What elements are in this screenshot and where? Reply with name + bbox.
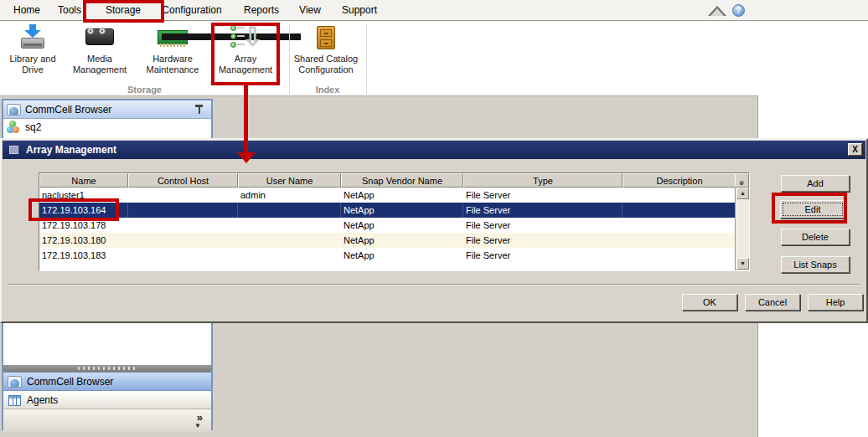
scroll-down-icon[interactable] xyxy=(736,258,749,270)
column-header-description[interactable]: Description xyxy=(623,173,736,188)
table-cell xyxy=(128,218,238,233)
table-cell xyxy=(623,233,736,248)
table-cell xyxy=(238,218,341,233)
table-cell: 172.19.103.183 xyxy=(39,248,128,263)
table-cell: NetApp xyxy=(341,203,463,218)
table-cell xyxy=(623,248,736,263)
table-cell xyxy=(623,203,736,218)
table-cell: File Server xyxy=(463,188,623,203)
table-cell xyxy=(238,203,341,218)
table-cell xyxy=(623,218,736,233)
pin-icon[interactable] xyxy=(195,105,203,115)
list-snaps-button[interactable]: List Snaps xyxy=(781,256,850,273)
table-scrollbar[interactable] xyxy=(735,188,749,270)
close-icon[interactable]: X xyxy=(848,143,862,156)
column-header-control-host[interactable]: Control Host xyxy=(128,173,238,188)
annotation-box-array-management xyxy=(211,23,280,85)
annotation-arrow-head-icon xyxy=(237,152,256,163)
menu-home[interactable]: Home xyxy=(10,0,44,20)
table-cell: NetApp xyxy=(341,188,463,203)
table-cell: NetApp xyxy=(341,218,463,233)
collapse-ribbon-icon[interactable] xyxy=(708,6,726,16)
dialog-title-bar[interactable]: Array Management xyxy=(3,141,865,159)
accordion-label: CommCell Browser xyxy=(27,376,113,388)
panel-bottom-bar xyxy=(3,409,211,432)
ribbon-label: Library and xyxy=(9,54,55,64)
dialog-icon xyxy=(9,146,18,154)
menu-configuration[interactable]: Configuration xyxy=(156,0,228,20)
ribbon-group-separator xyxy=(366,24,367,94)
help-button[interactable]: Help xyxy=(808,294,863,311)
media-cassette-icon xyxy=(83,23,116,54)
column-header-user-name[interactable]: User Name xyxy=(238,173,341,188)
accordion-commcell-browser[interactable]: CommCell Browser xyxy=(3,372,211,391)
panel-title-label: CommCell Browser xyxy=(25,104,111,116)
scroll-up-icon[interactable] xyxy=(736,188,749,199)
commcell-browser-panel-header[interactable]: CommCell Browser xyxy=(3,100,211,119)
tree-node-label: sq2 xyxy=(25,121,41,133)
annotation-box-selected-array xyxy=(28,198,119,221)
add-button[interactable]: Add xyxy=(781,175,850,192)
table-row-172.19.103.178[interactable]: 172.19.103.178NetAppFile Server xyxy=(39,218,736,233)
ribbon-label: Maintenance xyxy=(147,64,199,75)
delete-button[interactable]: Delete xyxy=(781,229,850,245)
table-cell xyxy=(128,248,238,263)
ram-module-icon xyxy=(156,23,189,54)
agents-grid-icon xyxy=(8,395,21,406)
annotation-box-storage-menu xyxy=(83,0,164,23)
tree-node-sq2[interactable]: sq2 xyxy=(3,119,211,136)
ribbon-label: Media xyxy=(87,54,112,64)
ok-button[interactable]: OK xyxy=(682,294,737,311)
annotation-box-edit-button xyxy=(772,193,847,224)
table-cell: File Server xyxy=(463,203,623,218)
menu-support[interactable]: Support xyxy=(337,0,382,20)
screenshot-canvas: Home Tools Storage Configuration Reports… xyxy=(0,0,868,437)
table-row-172.19.103.180[interactable]: 172.19.103.180NetAppFile Server xyxy=(39,233,736,248)
ribbon-toolbar: Library and Drive Media Management Hardw… xyxy=(0,21,758,96)
cancel-button[interactable]: Cancel xyxy=(745,294,800,311)
table-cell: NetApp xyxy=(341,248,463,263)
panel-splitter-handle[interactable] xyxy=(3,365,211,372)
table-cell: File Server xyxy=(463,248,623,263)
dialog-separator xyxy=(8,284,860,285)
commcell-browser-icon xyxy=(8,376,22,388)
table-body: nacluster1adminNetAppFile Server172.19.1… xyxy=(39,188,736,263)
help-icon[interactable]: ? xyxy=(732,4,745,17)
accordion-agents[interactable]: Agents xyxy=(3,392,211,409)
ribbon-label: Hardware xyxy=(152,54,193,64)
ribbon-shared-catalog-button[interactable]: Shared Catalog Configuration xyxy=(287,23,365,84)
menu-view[interactable]: View xyxy=(295,0,325,20)
accordion-label: Agents xyxy=(27,394,58,406)
annotation-arrow-line xyxy=(244,85,248,154)
commcell-browser-icon xyxy=(7,104,21,116)
table-row-172.19.103.164[interactable]: 172.19.103.164NetAppFile Server xyxy=(39,203,736,218)
chevron-down-icon[interactable] xyxy=(194,422,201,429)
table-cell: File Server xyxy=(463,218,623,233)
ribbon-label: Management xyxy=(73,64,127,75)
array-table: NameControl HostUser NameSnap Vendor Nam… xyxy=(39,172,750,271)
table-cell xyxy=(128,188,238,203)
menu-reports[interactable]: Reports xyxy=(240,0,283,20)
table-cell xyxy=(238,248,341,263)
table-cell: NetApp xyxy=(341,233,463,248)
ribbon-library-and-drive-button[interactable]: Library and Drive xyxy=(5,23,60,84)
table-cell xyxy=(238,233,341,248)
ribbon-group-separator xyxy=(289,24,290,94)
ribbon-media-management-button[interactable]: Media Management xyxy=(64,23,136,84)
menu-tools[interactable]: Tools xyxy=(52,0,87,20)
ribbon-hardware-maintenance-button[interactable]: Hardware Maintenance xyxy=(137,23,208,84)
table-row-nacluster1[interactable]: nacluster1adminNetAppFile Server xyxy=(39,188,736,203)
table-cell xyxy=(128,233,238,248)
column-header-snap-vendor-name[interactable]: Snap Vendor Name xyxy=(341,173,463,188)
column-header-name[interactable]: Name xyxy=(39,173,128,188)
table-row-172.19.103.183[interactable]: 172.19.103.183NetAppFile Server xyxy=(39,248,736,263)
table-cell: admin xyxy=(238,188,341,203)
table-header-row: NameControl HostUser NameSnap Vendor Nam… xyxy=(39,173,736,188)
table-cell xyxy=(128,203,238,218)
column-chooser-icon[interactable] xyxy=(735,173,749,188)
column-header-type[interactable]: Type xyxy=(463,173,623,188)
ribbon-group-index-label: Index xyxy=(289,85,366,95)
commcell-node-icon xyxy=(7,121,21,134)
library-drive-icon xyxy=(16,23,49,54)
catalog-cabinet-icon xyxy=(309,23,343,54)
